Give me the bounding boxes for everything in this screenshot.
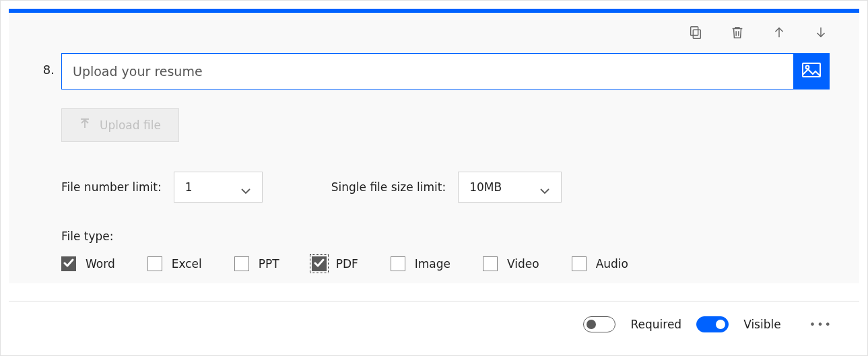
question-row: 8.	[9, 53, 859, 90]
upload-file-button: Upload file	[61, 108, 179, 142]
checkbox-label: Word	[86, 257, 115, 271]
file-size-limit-select[interactable]: 10MB	[458, 172, 562, 203]
image-icon	[802, 63, 821, 80]
upload-icon	[79, 118, 90, 132]
checkbox-box	[391, 256, 405, 271]
file-size-limit-value: 10MB	[469, 180, 502, 194]
trash-icon[interactable]	[730, 25, 745, 40]
svg-point-3	[806, 66, 809, 69]
file-number-limit-select[interactable]: 1	[174, 172, 263, 203]
svg-rect-1	[691, 27, 698, 36]
checkbox-label: PDF	[336, 257, 358, 271]
question-toolbar	[9, 13, 859, 48]
visible-label: Visible	[743, 318, 781, 331]
question-number: 8.	[9, 53, 61, 90]
file-type-image-checkbox[interactable]: Image	[391, 256, 450, 271]
limits-row: File number limit: 1 Single file size li…	[61, 172, 830, 203]
required-toggle[interactable]	[583, 316, 615, 332]
file-size-limit-label: Single file size limit:	[331, 180, 446, 194]
checkbox-box	[312, 256, 327, 271]
svg-rect-0	[693, 30, 700, 38]
question-body: Upload file File number limit: 1 Single …	[61, 90, 859, 271]
checkbox-box	[483, 256, 498, 271]
file-type-label: File type:	[61, 229, 830, 243]
checkbox-box	[572, 256, 587, 271]
required-label: Required	[630, 318, 681, 331]
checkbox-label: PPT	[259, 257, 279, 271]
svg-rect-2	[803, 63, 820, 77]
file-number-limit-label: File number limit:	[61, 180, 162, 194]
file-type-ppt-checkbox[interactable]: PPT	[234, 256, 279, 271]
file-type-pdf-checkbox[interactable]: PDF	[312, 256, 358, 271]
question-title-wrap	[61, 53, 793, 90]
checkbox-box	[61, 256, 76, 271]
visible-toggle[interactable]	[696, 316, 729, 332]
file-number-limit-value: 1	[185, 180, 193, 194]
copy-icon[interactable]	[688, 25, 703, 40]
chevron-down-icon	[539, 184, 550, 190]
insert-media-button[interactable]	[793, 53, 830, 90]
checkbox-label: Excel	[172, 257, 202, 271]
chevron-down-icon	[240, 184, 251, 190]
more-options-button[interactable]: •••	[809, 318, 832, 331]
checkbox-box	[234, 256, 249, 271]
file-type-excel-checkbox[interactable]: Excel	[147, 256, 202, 271]
move-down-icon[interactable]	[813, 25, 828, 40]
upload-file-label: Upload file	[100, 118, 161, 132]
checkbox-label: Video	[507, 257, 539, 271]
file-type-row: WordExcelPPTPDFImageVideoAudio	[61, 256, 830, 271]
checkbox-label: Image	[415, 257, 450, 271]
file-type-word-checkbox[interactable]: Word	[61, 256, 115, 271]
move-up-icon[interactable]	[772, 25, 787, 40]
question-panel: 8. Upload file File number limit: 1	[9, 13, 859, 283]
checkbox-label: Audio	[596, 257, 628, 271]
file-type-video-checkbox[interactable]: Video	[483, 256, 539, 271]
question-card: 8. Upload file File number limit: 1	[0, 0, 868, 356]
question-footer: Required Visible •••	[9, 301, 859, 347]
question-title-input[interactable]	[71, 63, 784, 79]
checkbox-box	[147, 256, 162, 271]
file-type-audio-checkbox[interactable]: Audio	[572, 256, 628, 271]
